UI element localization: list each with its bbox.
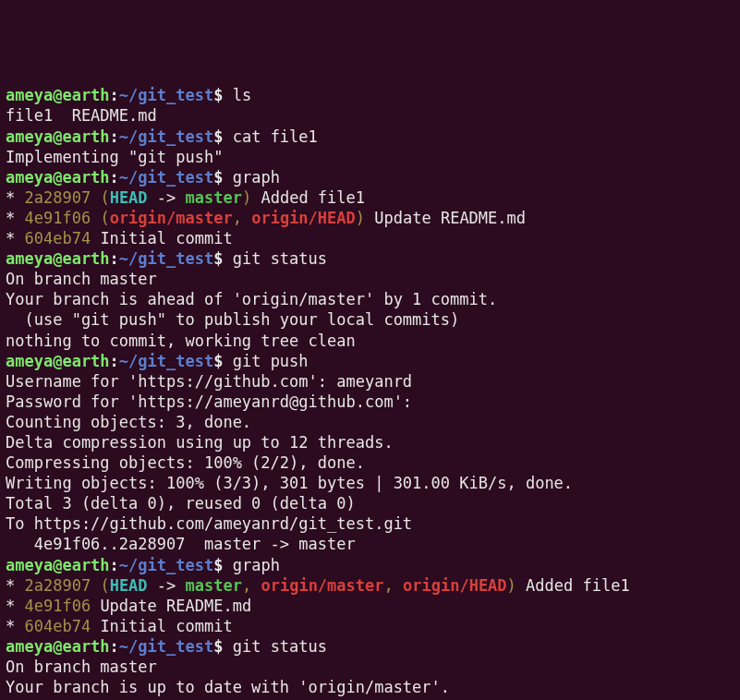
commit-message: Added file1 [516, 576, 630, 595]
prompt-line: ameya@earth:~/git_test$ git status [6, 248, 734, 269]
ref-sep: , [384, 576, 403, 595]
graph-line: * 2a28907 (HEAD -> master) Added file1 [6, 187, 734, 208]
prompt-sep: : [110, 352, 119, 370]
prompt-user: ameya@earth [6, 249, 110, 268]
terminal-window[interactable]: ameya@earth:~/git_test$ lsfile1 README.m… [6, 85, 734, 700]
prompt-path: ~/git_test [119, 127, 213, 146]
commit-message: Initial commit [91, 617, 233, 635]
commit-hash: 604eb74 [24, 229, 91, 247]
ref-close-paren: ) [356, 209, 365, 227]
commit-message: Update README.md [365, 209, 526, 227]
prompt-path: ~/git_test [119, 86, 213, 104]
prompt-sigil: $ [213, 86, 223, 104]
prompt-sep: : [110, 556, 119, 574]
ref-sep: , [233, 209, 251, 227]
command-text[interactable]: ls [223, 86, 251, 104]
graph-line: * 4e91f06 Update README.md [6, 596, 734, 616]
ref-branch: master [186, 188, 242, 207]
output-line: Total 3 (delta 0), reused 0 (delta 0) [6, 493, 734, 513]
prompt-sep: : [110, 249, 119, 268]
ref-head: HEAD [110, 188, 148, 207]
graph-star-icon: * [6, 597, 24, 615]
commit-hash: 4e91f06 [24, 209, 91, 227]
graph-star-icon: * [6, 188, 24, 207]
graph-line: * 604eb74 Initial commit [6, 616, 734, 636]
prompt-sep: : [110, 168, 119, 187]
prompt-user: ameya@earth [6, 127, 110, 146]
prompt-user: ameya@earth [6, 168, 110, 187]
output-line: Counting objects: 3, done. [6, 412, 734, 432]
output-line: 4e91f06..2a28907 master -> master [6, 534, 734, 554]
prompt-user: ameya@earth [6, 637, 110, 656]
output-line: (use "git push" to publish your local co… [6, 309, 734, 330]
command-text[interactable]: git status [223, 249, 327, 268]
prompt-user: ameya@earth [6, 86, 110, 104]
graph-star-icon: * [6, 576, 24, 595]
output-line: On branch master [6, 269, 734, 289]
prompt-path: ~/git_test [119, 556, 213, 574]
output-line: Writing objects: 100% (3/3), 301 bytes |… [6, 473, 734, 493]
prompt-sep: : [110, 637, 119, 656]
ref-open-paren: ( [100, 209, 109, 227]
output-line: nothing to commit, working tree clean [6, 331, 734, 351]
prompt-line: ameya@earth:~/git_test$ graph [6, 555, 734, 575]
prompt-sigil: $ [213, 556, 223, 574]
prompt-path: ~/git_test [119, 352, 213, 370]
prompt-path: ~/git_test [119, 168, 213, 187]
commit-hash: 4e91f06 [24, 597, 91, 615]
prompt-path: ~/git_test [119, 249, 213, 268]
prompt-sigil: $ [213, 637, 223, 656]
ref-open-paren: ( [100, 576, 109, 595]
ref-remote: origin/master [261, 576, 383, 595]
command-text[interactable]: graph [223, 556, 279, 574]
graph-star-icon: * [6, 617, 24, 635]
prompt-sigil: $ [213, 352, 223, 370]
commit-hash: 2a28907 [24, 188, 91, 207]
prompt-path: ~/git_test [119, 637, 213, 656]
output-line: Your branch is up to date with 'origin/m… [6, 677, 734, 697]
command-text[interactable]: git status [223, 637, 327, 656]
output-line: On branch master [6, 657, 734, 677]
output-line: file1 README.md [6, 105, 734, 126]
graph-line: * 2a28907 (HEAD -> master, origin/master… [6, 575, 734, 596]
command-text[interactable]: graph [223, 168, 279, 187]
prompt-line: ameya@earth:~/git_test$ cat file1 [6, 127, 734, 147]
ref-branch: master [186, 576, 242, 595]
command-text[interactable]: cat file1 [223, 127, 317, 146]
prompt-line: ameya@earth:~/git_test$ git status [6, 636, 734, 657]
ref-close-paren: ) [242, 188, 251, 207]
prompt-sep: : [110, 127, 119, 146]
commit-message: Update README.md [91, 597, 251, 615]
ref-arrow: -> [148, 188, 186, 207]
commit-message: Initial commit [91, 229, 233, 247]
ref-arrow: -> [148, 576, 186, 595]
output-line: Password for 'https://ameyanrd@github.co… [6, 392, 734, 412]
prompt-line: ameya@earth:~/git_test$ git push [6, 351, 734, 371]
prompt-sep: : [110, 86, 119, 104]
ref-sep: , [242, 576, 261, 595]
commit-hash: 2a28907 [24, 576, 91, 595]
ref-head: HEAD [110, 576, 148, 595]
ref-remote: origin/HEAD [251, 209, 356, 227]
output-line: Implementing "git push" [6, 147, 734, 167]
graph-star-icon: * [6, 209, 24, 227]
prompt-sigil: $ [213, 127, 223, 146]
prompt-sigil: $ [213, 168, 223, 187]
ref-close-paren: ) [507, 576, 516, 595]
command-text[interactable]: git push [223, 352, 308, 370]
output-line: Delta compression using up to 12 threads… [6, 432, 734, 453]
graph-line: * 4e91f06 (origin/master, origin/HEAD) U… [6, 208, 734, 228]
prompt-line: ameya@earth:~/git_test$ ls [6, 85, 734, 105]
commit-message: Added file1 [251, 188, 365, 207]
prompt-line: ameya@earth:~/git_test$ graph [6, 167, 734, 187]
output-line: Username for 'https://github.com': ameya… [6, 371, 734, 392]
prompt-sigil: $ [213, 249, 223, 268]
ref-remote: origin/master [110, 209, 233, 227]
graph-star-icon: * [6, 229, 24, 247]
prompt-user: ameya@earth [6, 556, 110, 574]
ref-remote: origin/HEAD [403, 576, 507, 595]
output-line: Compressing objects: 100% (2/2), done. [6, 453, 734, 473]
graph-line: * 604eb74 Initial commit [6, 228, 734, 248]
output-line: To https://github.com/ameyanrd/git_test.… [6, 513, 734, 534]
commit-hash: 604eb74 [24, 617, 91, 635]
